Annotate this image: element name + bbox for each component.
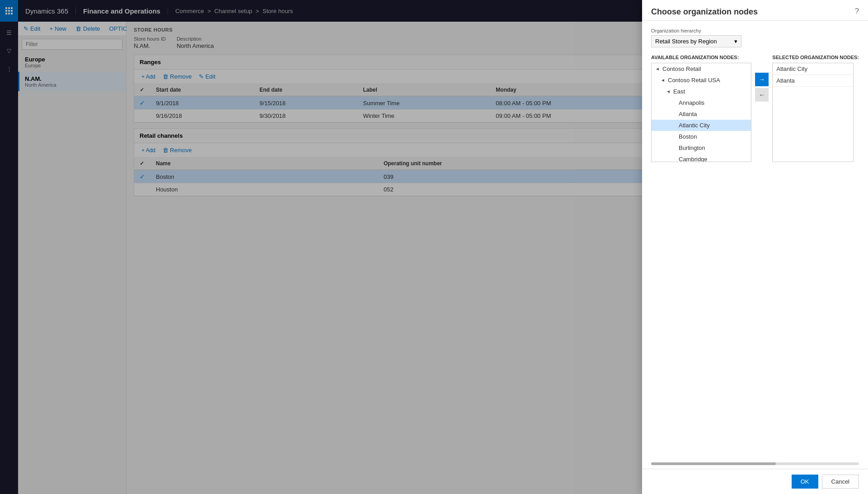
- tree-item-label: Boston: [679, 133, 697, 140]
- hierarchy-label: Organization hierarchy: [651, 28, 859, 33]
- tree-item-label: Annapolis: [679, 99, 704, 106]
- available-org-panel: AVAILABLE ORGANIZATION NODES: ◄ Contoso …: [651, 55, 751, 162]
- tree-item-label: East: [673, 88, 685, 95]
- ok-button[interactable]: OK: [792, 475, 818, 489]
- selected-label: SELECTED ORGANIZATION NODES:: [772, 55, 859, 60]
- tree-item-label: Contoso Retail: [662, 65, 701, 72]
- tree-collapse-icon: ◄: [661, 78, 666, 83]
- tree-item-label: Burlington: [679, 144, 705, 151]
- selected-item[interactable]: Atlanta: [773, 75, 853, 87]
- tree-item-label: Atlanta: [679, 111, 697, 117]
- available-label: AVAILABLE ORGANIZATION NODES:: [651, 55, 751, 60]
- chevron-down-icon: ▾: [734, 38, 737, 45]
- dialog-header: Choose organization nodes ?: [642, 0, 868, 21]
- dialog-body: Organization hierarchy Retail Stores by …: [642, 21, 868, 247]
- tree-item[interactable]: ◄ East: [652, 86, 751, 97]
- hierarchy-select[interactable]: Retail Stores by Region ▾: [651, 35, 741, 47]
- tree-item-label: Atlantic City: [679, 122, 710, 129]
- dialog-close-button[interactable]: ?: [855, 7, 859, 15]
- choose-org-nodes-dialog: Choose organization nodes ? Organization…: [642, 0, 868, 494]
- dialog-footer: OK Cancel: [642, 469, 868, 494]
- tree-item-label: Contoso Retail USA: [668, 77, 720, 84]
- tree-item[interactable]: ◄ Contoso Retail USA: [652, 75, 751, 86]
- org-nodes-layout: AVAILABLE ORGANIZATION NODES: ◄ Contoso …: [651, 55, 859, 162]
- tree-item[interactable]: ◄ Contoso Retail: [652, 63, 751, 75]
- dialog-scrollbar-thumb: [651, 462, 776, 465]
- org-arrow-buttons: → ←: [751, 55, 772, 102]
- selected-item[interactable]: Atlantic City: [773, 63, 853, 75]
- tree-item[interactable]: Boston: [652, 131, 751, 142]
- cancel-button[interactable]: Cancel: [822, 475, 859, 489]
- dialog-title: Choose organization nodes: [651, 7, 758, 17]
- tree-item[interactable]: Atlanta: [652, 108, 751, 120]
- tree-item[interactable]: Annapolis: [652, 97, 751, 108]
- tree-collapse-icon: ◄: [655, 66, 661, 71]
- remove-node-button[interactable]: ←: [755, 88, 769, 102]
- tree-item-label: Cambridge: [679, 156, 708, 162]
- tree-collapse-icon: ◄: [666, 89, 671, 94]
- add-node-button[interactable]: →: [755, 73, 769, 86]
- dialog-scrollbar[interactable]: [651, 462, 859, 465]
- tree-item[interactable]: Cambridge: [652, 154, 751, 162]
- tree-item[interactable]: Atlantic City: [652, 120, 751, 131]
- tree-item[interactable]: Burlington: [652, 142, 751, 154]
- selected-panel: Atlantic CityAtlanta: [772, 63, 854, 162]
- selected-org-panel: SELECTED ORGANIZATION NODES: Atlantic Ci…: [772, 55, 859, 162]
- org-tree: ◄ Contoso Retail ◄ Contoso Retail USA ◄ …: [651, 63, 751, 162]
